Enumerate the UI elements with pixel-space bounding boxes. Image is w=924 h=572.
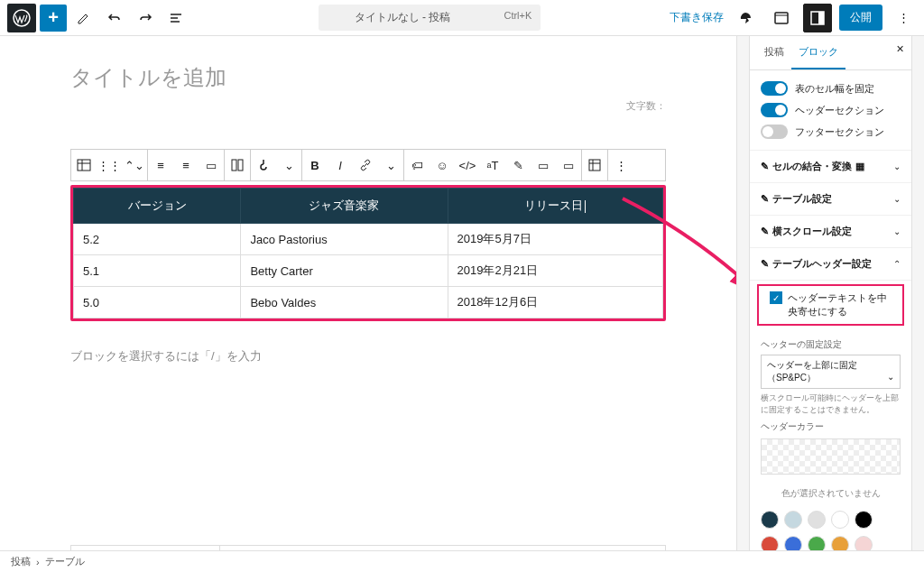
table-header-cell[interactable]: リリース日 <box>448 189 663 224</box>
svg-rect-3 <box>818 12 824 24</box>
close-sidebar-icon[interactable]: ✕ <box>896 43 904 55</box>
document-title-bar[interactable]: タイトルなし - 投稿 Ctrl+K <box>193 5 666 31</box>
tab-post[interactable]: 投稿 <box>757 36 791 69</box>
table-header-cell[interactable]: ジャズ音楽家 <box>241 189 448 224</box>
toggle-header-section[interactable] <box>761 103 788 117</box>
svg-rect-4 <box>78 160 90 171</box>
header-fixed-select[interactable]: ヘッダーを上部に固定（SP&PC） <box>761 355 901 389</box>
color-swatch[interactable] <box>784 511 802 529</box>
table-block-highlighted: バージョン ジャズ音楽家 リリース日 5.2Jaco Pastorius2019… <box>70 185 666 321</box>
document-title: タイトルなし - 投稿 <box>355 11 451 23</box>
link-button[interactable] <box>353 150 378 180</box>
more-options-button[interactable]: ⋮ <box>890 5 917 32</box>
block-placeholder[interactable]: ブロックを選択するには「/」を入力 <box>70 348 666 364</box>
text-size-icon[interactable]: aT <box>480 150 505 180</box>
save-draft-button[interactable]: 下書き保存 <box>670 10 724 25</box>
editor-canvas: タイトルを追加 文字数： ⋮⋮ ⌃⌄ ≡ ≡ ▭ <box>0 36 736 550</box>
panel-table-settings[interactable]: ✎ テーブル設定⌄ <box>750 183 911 216</box>
settings-sidebar: 投稿 ブロック ✕ 表のセル幅を固定 ヘッダーセクション フッターセクション ✎… <box>749 36 911 550</box>
editor-scrollbar[interactable] <box>736 36 749 550</box>
svg-rect-6 <box>238 160 243 171</box>
color-swatch[interactable] <box>808 536 826 550</box>
topbar: + タイトルなし - 投稿 Ctrl+K 下書き保存 公開 ⋮ <box>0 0 924 36</box>
panel-header-settings[interactable]: ✎ テーブルヘッダー設定⌃ <box>750 248 911 281</box>
table-row: 5.2Jaco Pastorius2019年5月7日 <box>74 224 663 255</box>
wordpress-logo[interactable] <box>7 4 36 32</box>
code-icon[interactable]: </> <box>455 150 480 180</box>
breadcrumb-table[interactable]: テーブル <box>45 555 85 568</box>
color-swatch[interactable] <box>808 511 826 529</box>
preview-button[interactable] <box>731 4 760 32</box>
drag-handle-icon[interactable]: ⋮⋮ <box>97 150 122 180</box>
post-title-input[interactable]: タイトルを追加 <box>70 63 666 92</box>
outline-button[interactable] <box>162 5 189 32</box>
bold-button[interactable]: B <box>302 150 328 180</box>
svg-rect-1 <box>775 13 788 23</box>
settings-panel-button[interactable] <box>803 4 832 32</box>
sidebar-tabs: 投稿 ブロック ✕ <box>750 36 911 70</box>
bg-color-icon[interactable]: ▭ <box>531 150 556 180</box>
fixed-setting-label: ヘッターの固定設定 <box>761 338 901 351</box>
check-icon: ✓ <box>770 291 782 304</box>
svg-rect-5 <box>232 160 236 171</box>
more-format-icon[interactable]: ⌄ <box>378 150 403 180</box>
color-swatch[interactable] <box>761 511 779 529</box>
block-type-icon[interactable] <box>71 150 97 180</box>
tag-icon[interactable]: 🏷 <box>404 150 430 180</box>
sidebar-scrollbar[interactable] <box>911 36 924 550</box>
table-row: 5.1Betty Carter2019年2月21日 <box>74 255 663 287</box>
no-color-message: 色が選択されていません <box>761 480 901 503</box>
block-more-button[interactable]: ⋮ <box>608 150 633 180</box>
fixed-help-text: 横スクロール可能時にヘッダーを上部に固定することはできません。 <box>761 392 901 415</box>
char-count: 文字数： <box>70 99 666 113</box>
block-toolbar: ⋮⋮ ⌃⌄ ≡ ≡ ▭ ⌄ <box>70 149 666 181</box>
edit-mode-button[interactable] <box>70 5 97 32</box>
highlight-icon[interactable]: ✎ <box>505 150 531 180</box>
align-left-icon[interactable]: ≡ <box>148 150 173 180</box>
breadcrumb: 投稿 › テーブル <box>0 550 924 572</box>
panel-cell-merge[interactable]: ✎ セルの結合・変換 ▦⌄ <box>750 151 911 183</box>
view-button[interactable] <box>767 4 796 32</box>
style-icon[interactable] <box>251 150 276 180</box>
header-color-label: ヘッダーカラー <box>761 420 901 433</box>
data-table[interactable]: バージョン ジャズ音楽家 リリース日 5.2Jaco Pastorius2019… <box>73 188 663 318</box>
move-button[interactable]: ⌃⌄ <box>122 150 147 180</box>
kbd-hint: Ctrl+K <box>504 10 531 21</box>
extra-table[interactable]: aaaaaaaaaabbbbbbbbbbbbbbbbbbbbbbbbbbbbbb <box>70 545 666 550</box>
undo-button[interactable] <box>101 5 128 32</box>
checkbox-center-header-text[interactable]: ✓ ヘッダーテキストを中央寄せにする <box>757 284 904 326</box>
color-swatch[interactable] <box>831 536 849 550</box>
style-dropdown-icon[interactable]: ⌄ <box>276 150 301 180</box>
svg-rect-7 <box>589 160 600 171</box>
toggle-fixed-width[interactable] <box>761 81 788 96</box>
panel-scroll-settings[interactable]: ✎ 横スクロール設定⌄ <box>750 216 911 248</box>
table-edit-icon[interactable] <box>582 150 607 180</box>
column-icon[interactable] <box>225 150 250 180</box>
emoji-icon[interactable]: ☺ <box>430 150 455 180</box>
color-swatch[interactable] <box>784 536 802 550</box>
italic-button[interactable]: I <box>328 150 353 180</box>
color-swatch[interactable] <box>831 511 849 529</box>
table-row: 5.0Bebo Valdes2018年12月6日 <box>74 287 663 318</box>
publish-button[interactable]: 公開 <box>839 5 882 31</box>
toggle-footer-section[interactable] <box>761 125 788 139</box>
color-swatch[interactable] <box>855 511 873 529</box>
align-right-icon[interactable]: ▭ <box>199 150 224 180</box>
color-swatch[interactable] <box>761 536 779 550</box>
add-block-button[interactable]: + <box>40 5 67 32</box>
redo-button[interactable] <box>132 5 159 32</box>
table-header-cell[interactable]: バージョン <box>74 189 241 224</box>
image-icon[interactable]: ▭ <box>556 150 581 180</box>
tab-block[interactable]: ブロック <box>791 36 845 69</box>
align-center-icon[interactable]: ≡ <box>173 150 199 180</box>
color-preview[interactable] <box>761 438 901 475</box>
breadcrumb-post[interactable]: 投稿 <box>11 555 31 568</box>
color-swatch[interactable] <box>855 536 873 550</box>
